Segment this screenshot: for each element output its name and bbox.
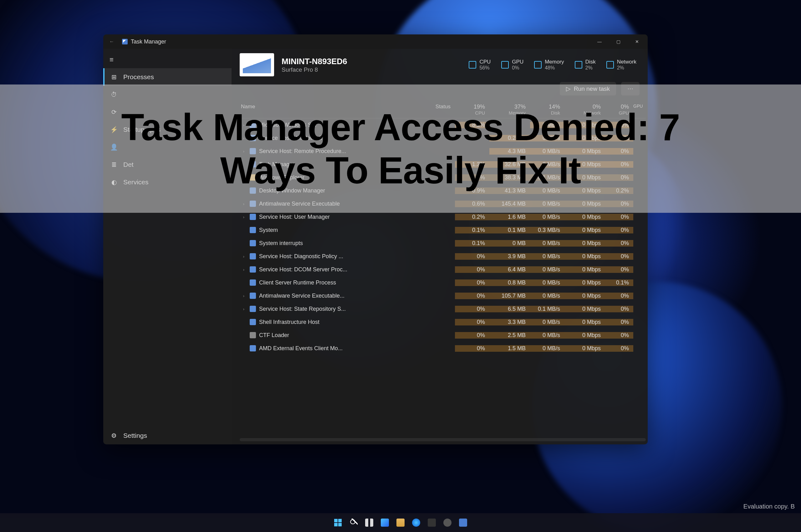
- process-name: System interrupts: [259, 240, 303, 247]
- hamburger-button[interactable]: ≡: [103, 51, 231, 68]
- store-icon[interactable]: [425, 516, 438, 529]
- article-title: Task Manager Access Denied: 7 Ways To Ea…: [121, 106, 680, 192]
- gpu-cell: 0%: [605, 266, 633, 273]
- process-name-cell: Shell Infrastructure Host: [240, 319, 408, 325]
- memory-cell: 105.7 MB: [489, 292, 530, 299]
- process-icon: [250, 292, 256, 299]
- process-name-cell: CTF Loader: [240, 332, 408, 339]
- widgets-icon[interactable]: [379, 516, 391, 529]
- table-row[interactable]: › Service Host: DCOM Server Proc... 0% 6…: [240, 263, 646, 276]
- sidebar-item-settings[interactable]: ⚙ Settings: [103, 427, 231, 444]
- minimize-button[interactable]: —: [590, 34, 609, 49]
- taskview-icon[interactable]: [363, 516, 376, 529]
- process-name: Antimalware Service Executable...: [259, 292, 344, 299]
- sidebar-item-label: Settings: [123, 432, 147, 439]
- process-name-cell: AMD External Events Client Mo...: [240, 345, 408, 352]
- expand-icon[interactable]: ›: [241, 293, 247, 298]
- process-name: Service Host: DCOM Server Proc...: [259, 266, 347, 273]
- article-title-overlay: Task Manager Access Denied: 7 Ways To Ea…: [0, 84, 801, 213]
- horizontal-scrollbar[interactable]: [240, 438, 646, 441]
- process-icon: [250, 227, 256, 233]
- disk-cell: 0 MB/s: [530, 253, 565, 260]
- device-name: MININT-N893ED6: [282, 57, 347, 66]
- cpu-cell: 0%: [455, 280, 489, 286]
- expand-icon[interactable]: ›: [241, 254, 247, 259]
- expand-icon[interactable]: ›: [241, 307, 247, 311]
- meter-memory[interactable]: Memory48%: [531, 57, 567, 73]
- process-icon: [250, 345, 256, 352]
- meter-cpu[interactable]: CPU56%: [465, 57, 494, 73]
- process-name: Service Host: User Manager: [259, 214, 330, 220]
- network-cell: 0 Mbps: [565, 280, 605, 286]
- back-button[interactable]: ←: [104, 39, 119, 44]
- taskbar: [0, 513, 801, 532]
- process-icon: [250, 240, 256, 246]
- gpu-cell: 0%: [605, 240, 633, 247]
- network-cell: 0 Mbps: [565, 240, 605, 247]
- start-button[interactable]: [332, 516, 344, 529]
- expand-icon[interactable]: ›: [241, 215, 247, 220]
- process-name-cell: › Service Host: State Repository S...: [240, 306, 408, 312]
- cpu-cell: 0.1%: [455, 227, 489, 233]
- disk-cell: 0 MB/s: [530, 280, 565, 286]
- table-row[interactable]: AMD External Events Client Mo... 0% 1.5 …: [240, 342, 646, 355]
- meter-label: GPU: [512, 59, 523, 65]
- table-row[interactable]: System interrupts 0.1% 0 MB 0 MB/s 0 Mbp…: [240, 236, 646, 250]
- gpu-cell: 0.1%: [605, 280, 633, 286]
- explorer-icon[interactable]: [394, 516, 407, 529]
- process-name-cell: System: [240, 227, 408, 233]
- device-thumbnail: [240, 53, 274, 76]
- process-name: Service Host: State Repository S...: [259, 306, 346, 312]
- meter-network[interactable]: Network2%: [603, 57, 640, 73]
- expand-icon[interactable]: ›: [241, 267, 247, 272]
- edge-icon[interactable]: [410, 516, 422, 529]
- memory-cell: 3.3 MB: [489, 319, 530, 325]
- process-name-cell: › Antimalware Service Executable...: [240, 292, 408, 299]
- meter-value: 48%: [545, 65, 564, 71]
- taskmanager-taskbar-icon[interactable]: [457, 516, 469, 529]
- cpu-cell: 0.2%: [455, 214, 489, 220]
- network-cell: 0 Mbps: [565, 214, 605, 220]
- device-model: Surface Pro 8: [282, 66, 347, 73]
- cpu-cell: 0.1%: [455, 240, 489, 247]
- meter-label: Disk: [586, 59, 596, 65]
- network-cell: 0 Mbps: [565, 345, 605, 352]
- table-row[interactable]: › Service Host: State Repository S... 0%…: [240, 302, 646, 316]
- sidebar-item-0[interactable]: ⊞Processes: [103, 68, 231, 86]
- process-name: Client Server Runtime Process: [259, 280, 336, 286]
- disk-cell: 0 MB/s: [530, 214, 565, 220]
- titlebar[interactable]: ← Task Manager — ▢ ✕: [103, 34, 648, 49]
- process-icon: [250, 266, 256, 272]
- table-row[interactable]: Shell Infrastructure Host 0% 3.3 MB 0 MB…: [240, 316, 646, 328]
- close-button[interactable]: ✕: [628, 34, 646, 49]
- meter-icon: [501, 61, 509, 69]
- table-row[interactable]: › Service Host: Diagnostic Policy ... 0%…: [240, 250, 646, 263]
- gpu-cell: 0%: [605, 319, 633, 325]
- process-name-cell: › Service Host: Diagnostic Policy ...: [240, 253, 408, 260]
- process-name-cell: › Service Host: DCOM Server Proc...: [240, 266, 408, 273]
- meter-icon: [606, 61, 614, 69]
- process-name: Service Host: Diagnostic Policy ...: [259, 253, 343, 260]
- settings-icon[interactable]: [441, 516, 454, 529]
- table-row[interactable]: Client Server Runtime Process 0% 0.8 MB …: [240, 276, 646, 289]
- meter-icon: [534, 61, 541, 69]
- memory-cell: 0.8 MB: [489, 280, 530, 286]
- gpu-cell: 0%: [605, 345, 633, 352]
- meter-gpu[interactable]: GPU0%: [498, 57, 527, 73]
- network-cell: 0 Mbps: [565, 292, 605, 299]
- nav-icon: ⊞: [110, 73, 118, 81]
- meter-value: 2%: [586, 65, 596, 71]
- meter-disk[interactable]: Disk2%: [572, 57, 599, 73]
- sidebar-item-label: Processes: [123, 73, 154, 81]
- search-icon[interactable]: [347, 516, 360, 529]
- maximize-button[interactable]: ▢: [609, 34, 628, 49]
- table-row[interactable]: System 0.1% 0.1 MB 0.3 MB/s 0 Mbps 0%: [240, 224, 646, 236]
- meter-value: 2%: [617, 65, 636, 71]
- process-name-cell: System interrupts: [240, 240, 408, 247]
- table-row[interactable]: CTF Loader 0% 2.5 MB 0 MB/s 0 Mbps 0%: [240, 328, 646, 342]
- table-row[interactable]: › Antimalware Service Executable... 0% 1…: [240, 289, 646, 302]
- disk-cell: 0 MB/s: [530, 319, 565, 325]
- cpu-cell: 0%: [455, 306, 489, 312]
- process-icon: [250, 319, 256, 325]
- memory-cell: 1.5 MB: [489, 345, 530, 352]
